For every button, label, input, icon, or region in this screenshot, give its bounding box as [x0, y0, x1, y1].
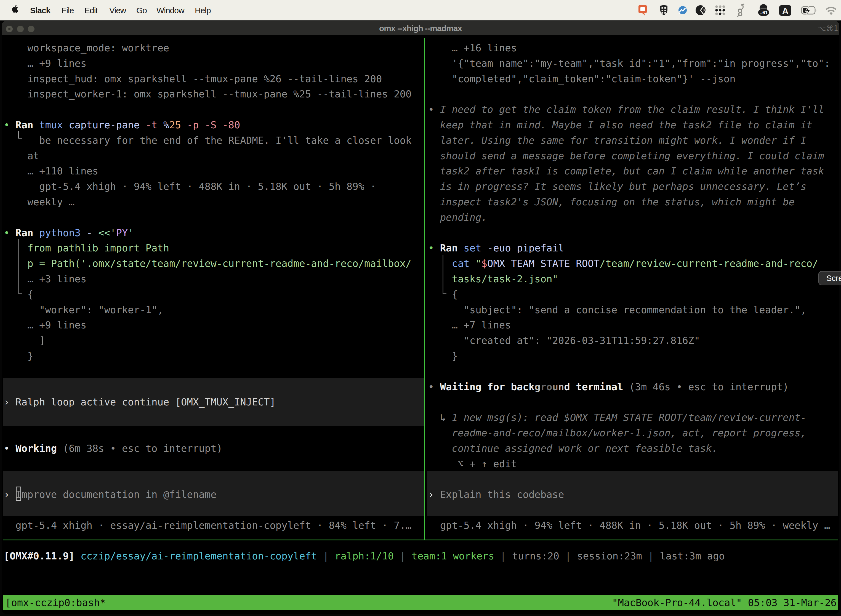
terminal-line: p = Path('.omx/state/team/review-current… [4, 256, 412, 271]
status-segment: | [648, 550, 653, 562]
terminal-line: ⌥ + ↑ edit [428, 456, 517, 472]
terminal-line: › Explain this codebase [428, 487, 564, 502]
terminal-line: "created_at": "2026-03-31T11:59:27.816Z" [428, 333, 700, 348]
status-segment [75, 550, 81, 562]
status-segment: last:3m ago [660, 550, 725, 562]
status-segment [654, 550, 660, 562]
menu-item-view[interactable]: View [109, 0, 126, 21]
menu-item-file[interactable]: File [62, 0, 74, 21]
terminal-line: ↳ 1 new msg(s): read $OMX_TEAM_STATE_ROO… [428, 410, 806, 425]
cloud-badge-count: ..61 [760, 10, 768, 15]
terminal-line: keep that in mind. Maybe I also need the… [428, 117, 812, 133]
terminal-line: { [428, 287, 458, 302]
terminal-line: cat "$OMX_TEAM_STATE_ROOT/team/review-cu… [428, 256, 818, 271]
status-segment [317, 550, 323, 562]
tmux-status-bar: [omx-cczip0:bash* "MacBook-Pro-44.local"… [3, 595, 838, 610]
terminal-line: should send a message before completing … [428, 148, 824, 164]
status-segment: | [323, 550, 329, 562]
terminal-line: '{"team_name":"my-team","task_id":"1","f… [428, 56, 830, 71]
status-segment: | [400, 550, 406, 562]
window-shortcut-hint: ⌥⌘1 [818, 21, 838, 35]
terminal-line: › Improve documentation in @filename [4, 487, 217, 502]
terminal-line: inspect task2's JSON, focusing on the st… [428, 194, 795, 210]
status-segment: session:23m [577, 550, 642, 562]
terminal-line: task2 after task1 is complete, but can I… [428, 163, 824, 179]
menu-item-slack[interactable]: Slack [30, 0, 50, 21]
status-segment: | [500, 550, 506, 562]
terminal-line: workspace_mode: worktree [4, 40, 169, 56]
terminal-line: gpt-5.4 xhigh · 94% left · 488K in · 5.1… [4, 179, 376, 194]
terminal-content: workspace_mode: worktree … +9 lines insp… [1, 35, 840, 614]
window-title: omx --xhigh --madmax [1, 21, 840, 35]
terminal-line: … +16 lines [428, 40, 517, 56]
status-segment [506, 550, 512, 562]
terminal-line: … +7 lines [428, 317, 511, 333]
input-source-letter: A [782, 6, 788, 16]
terminal-line: • Waiting for background terminal (3m 46… [428, 379, 789, 395]
terminal-line: … +9 lines [4, 56, 86, 71]
window-titlebar[interactable]: omx --xhigh --madmax ⌥⌘1 [1, 21, 840, 35]
terminal-line: } [4, 348, 34, 364]
terminal-line: • Ran set -euo pipefail [428, 241, 564, 256]
terminal-line: inspect_hud: omx sparkshell --tmux-pane … [4, 71, 382, 87]
tmux-host-clock: "MacBook-Pro-44.local" 05:03 31-Mar-26 [612, 595, 837, 610]
tmux-session-name: [omx-cczip0:bash* [5, 595, 105, 610]
terminal-line: weekly … [4, 194, 75, 210]
wireguard-dragon-icon[interactable] [736, 0, 745, 21]
input-source-icon[interactable]: A [779, 0, 792, 21]
terminal-line: … +3 lines [4, 271, 86, 287]
menu-item-go[interactable]: Go [136, 0, 147, 21]
terminal-line: from pathlib import Path [4, 241, 169, 256]
terminal-line: "completed","claim_token":"claim-token"}… [428, 71, 736, 87]
terminal-line: • Ran python3 - <<'PY' [4, 225, 134, 241]
terminal-line: continue assigned work or next feasible … [428, 441, 718, 456]
shield-grid-icon[interactable] [659, 0, 669, 21]
battery-charging-icon[interactable] [801, 0, 817, 21]
terminal-line: pending. [428, 210, 487, 225]
status-segment [406, 550, 412, 562]
apple-menu-icon[interactable] [11, 5, 19, 14]
terminal-line: inspect_worker-1: omx sparkshell --tmux-… [4, 87, 412, 102]
terminal-line: gpt-5.4 xhigh · 94% left · 488K in · 5.1… [428, 518, 830, 533]
status-segment: cczip/essay/ai-reimplementation-copyleft [81, 550, 317, 562]
terminal-line: … +9 lines [4, 317, 86, 333]
terminal-line: later. Using the same for transition mig… [428, 133, 806, 148]
terminal-line: tasks/task-2.json" [428, 271, 558, 287]
dots-grid-icon[interactable] [715, 0, 726, 21]
menu-bar: SlackFileEditViewGoWindowHelp [0, 0, 841, 21]
pie-circle-icon[interactable] [695, 0, 706, 21]
terminal-line: gpt-5.4 xhigh · essay/ai-reimplementatio… [4, 518, 412, 533]
terminal-line: ] [4, 333, 45, 348]
terminal-line: readme-and-reco/mailbox/worker-1.json, a… [428, 425, 806, 441]
terminal-line: • Working (6m 38s • esc to interrupt) [4, 441, 223, 456]
status-segment [329, 550, 335, 562]
menu-item-help[interactable]: Help [195, 0, 211, 21]
terminal-line: } [428, 348, 458, 364]
terminal-line: "subject": "send a concise recommendatio… [428, 302, 806, 318]
status-segment [394, 550, 400, 562]
wifi-icon[interactable] [826, 0, 837, 21]
terminal-line: • Ran tmux capture-pane -t %25 -p -S -80 [4, 117, 240, 133]
chart-circle-icon[interactable] [678, 0, 687, 21]
terminal-line: at [4, 148, 40, 164]
status-segment [642, 550, 648, 562]
pane-divider[interactable] [424, 38, 425, 540]
status-segment [494, 550, 500, 562]
cloud-badge-icon[interactable]: ..61 [757, 0, 770, 21]
menu-item-edit[interactable]: Edit [84, 0, 98, 21]
terminal-line: › Ralph loop active continue [OMX_TMUX_I… [4, 395, 275, 410]
status-segment [559, 550, 565, 562]
status-segment: team:1 workers [412, 550, 494, 562]
pane-bottom-border [3, 540, 838, 540]
screen-sharing-button[interactable]: Scre [818, 271, 841, 285]
status-segment [571, 550, 577, 562]
terminal-line: "worker": "worker-1", [4, 302, 163, 318]
menu-item-window[interactable]: Window [157, 0, 184, 21]
status-segment: turns:20 [512, 550, 559, 562]
chat-app-icon[interactable] [638, 0, 647, 21]
terminal-line: { [4, 287, 34, 302]
status-segment: | [565, 550, 571, 562]
status-segment: [OMX#0.11.9] [4, 550, 75, 562]
terminal-line: • I need to get the claim token from the… [428, 102, 824, 117]
omx-status-line: [OMX#0.11.9] cczip/essay/ai-reimplementa… [4, 549, 725, 564]
